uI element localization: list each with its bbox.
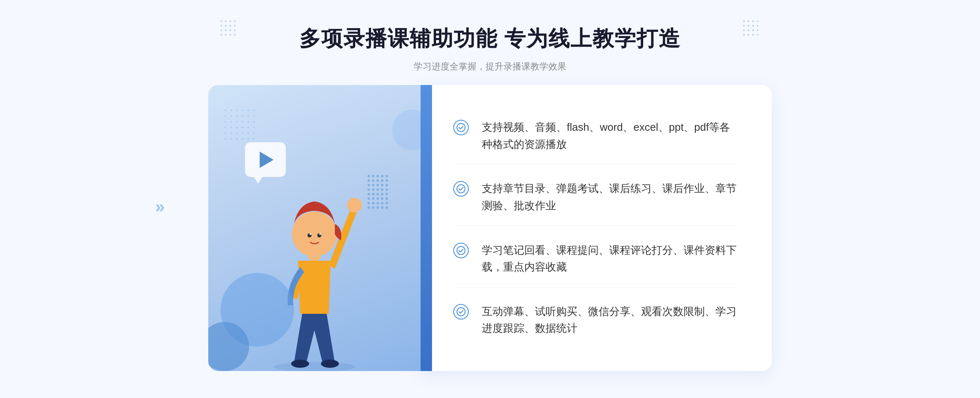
- illustration-card: [208, 85, 421, 371]
- svg-point-3: [347, 198, 362, 212]
- svg-point-2: [321, 360, 339, 368]
- svg-point-10: [457, 123, 465, 132]
- check-circle-2: [453, 181, 469, 197]
- header-section: 多项录播课辅助功能 专为线上教学打造 学习进度全掌握，提升录播课教学效果: [299, 0, 681, 73]
- svg-point-8: [310, 233, 311, 235]
- svg-point-5: [292, 212, 337, 257]
- feature-item-1: 支持视频、音频、flash、word、excel、ppt、pdf等各种格式的资源…: [453, 107, 739, 165]
- svg-point-12: [457, 246, 465, 255]
- check-icon-2: [453, 181, 469, 197]
- check-icon-4: [453, 304, 469, 320]
- check-icon-1: [453, 120, 469, 135]
- dots-decoration-right: [743, 20, 760, 37]
- feature-text-3: 学习笔记回看、课程提问、课程评论打分、课件资料下载，重点内容收藏: [482, 242, 739, 276]
- content-area: 支持视频、音频、flash、word、excel、ppt、pdf等各种格式的资源…: [208, 85, 772, 371]
- chevron-left-decoration: »: [155, 197, 165, 217]
- svg-point-11: [457, 185, 465, 193]
- features-card: 支持视频、音频、flash、word、excel、ppt、pdf等各种格式的资源…: [421, 85, 772, 371]
- feature-text-4: 互动弹幕、试听购买、微信分享、观看次数限制、学习进度跟踪、数据统计: [482, 303, 739, 337]
- svg-point-0: [274, 362, 355, 371]
- page-container: 多项录播课辅助功能 专为线上教学打造 学习进度全掌握，提升录播课教学效果: [0, 0, 980, 398]
- svg-point-9: [319, 233, 321, 235]
- feature-item-4: 互动弹幕、试听购买、微信分享、观看次数限制、学习进度跟踪、数据统计: [453, 292, 739, 349]
- check-circle-1: [453, 120, 469, 135]
- blue-connector: [421, 85, 432, 371]
- feature-item-3: 学习笔记回看、课程提问、课程评论打分、课件资料下载，重点内容收藏: [453, 230, 739, 288]
- circle-decoration-top-right: [392, 110, 421, 150]
- sub-title: 学习进度全掌握，提升录播课教学效果: [299, 60, 681, 73]
- feature-text-2: 支持章节目录、弹题考试、课后练习、课后作业、章节测验、批改作业: [482, 180, 739, 214]
- main-title: 多项录播课辅助功能 专为线上教学打造: [299, 25, 681, 53]
- feature-text-1: 支持视频、音频、flash、word、excel、ppt、pdf等各种格式的资源…: [482, 119, 739, 153]
- dots-decoration-left: [220, 20, 237, 37]
- svg-point-1: [291, 360, 309, 368]
- feature-item-2: 支持章节目录、弹题考试、课后练习、课后作业、章节测验、批改作业: [453, 169, 739, 226]
- check-circle-4: [453, 304, 469, 320]
- check-circle-3: [453, 243, 469, 258]
- dots-pattern-illustration: [225, 110, 256, 141]
- svg-point-13: [457, 308, 465, 316]
- check-icon-3: [453, 243, 469, 258]
